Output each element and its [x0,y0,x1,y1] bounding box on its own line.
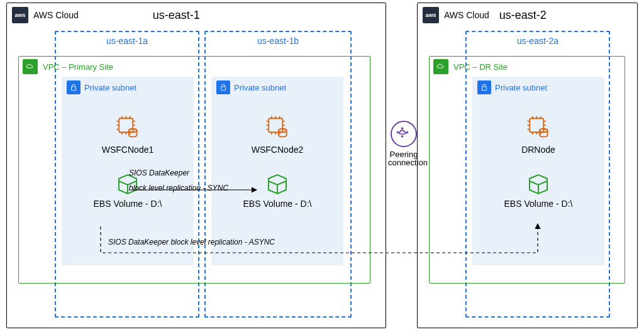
az-label: us-east-1b [206,32,350,46]
az-label: us-east-2a [467,32,609,46]
vpc-dr: VPC – DR Site Private subnet DRNode EB [429,56,625,284]
peering-label-2: connection [388,158,419,167]
ec2-instance-icon [264,113,291,141]
vpc-header: VPC – Primary Site [19,57,370,77]
sync-replication-label-1: SIOS DataKeeper [129,169,189,177]
region-us-east-2: aws AWS Cloud us-east-2 us-east-2a VPC –… [417,3,638,328]
svg-rect-34 [482,87,487,91]
sync-replication-label-2: block level replication - SYNC [129,184,228,192]
vpc-header: VPC – DR Site [430,57,625,77]
lock-icon [216,80,230,94]
subnet-label: Private subnet [495,83,547,92]
region-label: us-east-1 [153,9,200,22]
node-label: WSFCNode1 [62,145,194,155]
vpc-label: VPC – Primary Site [43,62,113,72]
subnet-label: Private subnet [234,83,286,92]
ebs-volume-icon [527,172,550,195]
ec2-instance-icon [525,113,552,141]
az-label: us-east-1a [56,32,198,46]
subnet-dr: Private subnet DRNode EBS Volume - D:\ [472,77,604,265]
region2-header: aws AWS Cloud us-east-2 [418,3,637,27]
vpc-cloud-icon [23,59,38,74]
node-label: DRNode [472,145,604,155]
ec2-instance-icon [114,113,142,141]
ebs-label: EBS Volume - D:\ [211,199,343,209]
subnet-1b: Private subnet WSFCNode2 EBS Volume - D:… [211,77,343,265]
svg-rect-35 [530,118,543,132]
vpc-label: VPC – DR Site [453,62,508,72]
ebs-label: EBS Volume - D:\ [472,199,604,209]
region-label: us-east-2 [499,9,547,22]
cloud-label: AWS Cloud [33,10,79,20]
peering-icon [391,121,417,147]
svg-rect-1 [119,118,133,132]
peering-connection: Peering connection [388,121,419,167]
ebs-label: EBS Volume - D:\ [62,199,194,209]
subnet-header: Private subnet [472,77,604,98]
region-us-east-1: aws AWS Cloud us-east-1 us-east-1a us-ea… [6,3,386,328]
aws-logo-icon: aws [423,7,439,23]
aws-logo-icon: aws [12,7,28,23]
svg-rect-0 [72,87,76,91]
lock-icon [67,80,80,94]
subnet-header: Private subnet [211,77,343,98]
vpc-cloud-icon [433,59,448,74]
node-label: WSFCNode2 [211,145,343,155]
subnet-label: Private subnet [84,83,136,92]
subnet-header: Private subnet [62,77,194,98]
lock-icon [477,80,491,94]
cloud-label: AWS Cloud [444,10,489,20]
svg-rect-16 [269,118,282,132]
vpc-primary: VPC – Primary Site Private subnet WSFCNo… [18,56,370,284]
svg-rect-15 [221,87,226,91]
ebs-volume-icon [266,172,289,195]
async-replication-label: SIOS DataKeeper block level replication … [108,238,275,246]
region1-header: aws AWS Cloud us-east-1 [7,3,386,27]
